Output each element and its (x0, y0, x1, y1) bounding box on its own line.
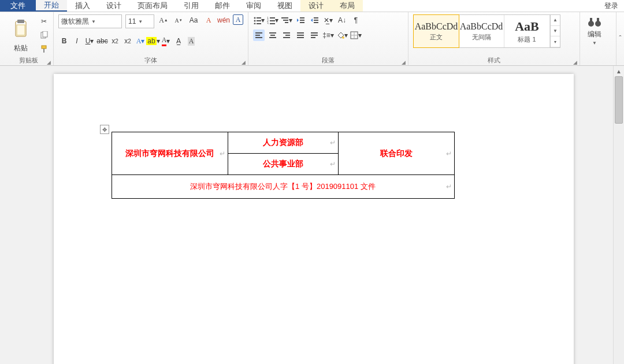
group-font-label: 字体 (144, 57, 157, 64)
paragraph-mark-icon: ↵ (446, 183, 452, 191)
asian-layout-button[interactable]: ✕̲▾ (322, 14, 334, 26)
cell-text: 人力资源部 (263, 138, 303, 147)
align-right-icon (283, 31, 291, 39)
file-tab[interactable]: 文件 (0, 0, 36, 12)
show-marks-button[interactable]: ¶ (350, 14, 362, 26)
borders-icon (350, 31, 358, 39)
svg-rect-20 (283, 20, 288, 21)
line-spacing-button[interactable]: ‡≡▾ (322, 29, 334, 41)
style-name: 标题 1 (518, 35, 536, 44)
increase-indent-button[interactable] (309, 14, 320, 26)
tab-insert[interactable]: 插入 (67, 0, 98, 12)
find-button[interactable]: 编辑 ▼ (585, 14, 604, 47)
group-font: 微软雅黑▼ 11▼ A▲ A▼ Aa A wén A B I U▾ abc x2… (54, 12, 248, 65)
tab-table-layout[interactable]: 布局 (332, 0, 363, 12)
char-border-button[interactable]: A (233, 14, 243, 25)
sort-button[interactable]: A↓ (336, 14, 348, 26)
strikethrough-button[interactable]: abc (96, 35, 108, 47)
svg-rect-27 (314, 22, 318, 23)
copy-button[interactable] (38, 29, 50, 41)
svg-rect-16 (270, 20, 275, 21)
subscript-button[interactable]: x2 (109, 35, 121, 47)
font-size-combo[interactable]: 11▼ (125, 14, 154, 28)
paragraph-mark-icon: ↵ (220, 150, 225, 158)
multilevel-list-button[interactable]: ▾ (281, 14, 292, 26)
distribute-button[interactable] (309, 29, 320, 41)
table-cell-reference[interactable]: 深圳市穹网科技有限公司人字【1 号】2019091101 文件↵ (112, 175, 454, 199)
tab-page-layout[interactable]: 页面布局 (129, 0, 176, 12)
group-clipboard: 粘贴 ✂ 剪贴板◢ (3, 12, 54, 65)
borders-button[interactable]: ▾ (350, 29, 362, 41)
char-shading-button[interactable]: A (185, 35, 197, 47)
svg-rect-21 (285, 22, 288, 23)
table-cell-joint[interactable]: 联合印发↵ (338, 132, 454, 175)
ribbon-tabs: 开始 插入 设计 页面布局 引用 邮件 审阅 视图 设计 布局 (36, 0, 363, 12)
styles-gallery-more[interactable]: ▲ ▼ ▾ (550, 15, 560, 47)
shading-button[interactable]: ▾ (336, 29, 348, 41)
align-left-button[interactable] (253, 29, 265, 41)
svg-rect-37 (297, 32, 304, 34)
cut-button[interactable]: ✂ (38, 16, 50, 27)
tab-table-design[interactable]: 设计 (300, 0, 332, 12)
table-cell-hr[interactable]: 人力资源部↵ (228, 132, 338, 154)
clear-formatting-button[interactable]: wén (218, 14, 229, 26)
change-case-button[interactable]: Aa (188, 14, 199, 26)
tab-design[interactable]: 设计 (98, 0, 129, 12)
scroll-track[interactable] (614, 76, 624, 364)
chevron-up-icon: ▲ (551, 15, 560, 26)
group-paragraph: ▾ 123▾ ▾ ✕̲▾ A↓ ¶ ‡≡▾ ▾ ▾ (248, 12, 408, 65)
styles-launcher[interactable]: ◢ (573, 60, 577, 65)
table-cell-public[interactable]: 公共事业部↵ (228, 154, 338, 175)
font-launcher[interactable]: ◢ (242, 60, 246, 65)
table-cell-company[interactable]: 深圳市穹网科技有限公司↵ (112, 132, 228, 175)
bullets-icon (253, 16, 261, 24)
format-painter-button[interactable] (38, 43, 50, 55)
paragraph-launcher[interactable]: ◢ (402, 60, 406, 65)
bullets-button[interactable]: ▾ (253, 14, 265, 26)
tab-review[interactable]: 审阅 (238, 0, 269, 12)
justify-button[interactable] (295, 29, 306, 41)
shrink-font-button[interactable]: A▼ (173, 14, 184, 26)
vertical-scrollbar[interactable]: ▲ ▼ (613, 66, 624, 364)
bold-button[interactable]: B (58, 35, 70, 47)
chevron-up-icon: ▲ (616, 68, 622, 75)
table-resize-handle[interactable] (454, 155, 459, 161)
decrease-indent-button[interactable] (295, 14, 306, 26)
text-effects-button[interactable]: A▾ (135, 35, 146, 47)
page-viewport[interactable]: ✥ 深圳市穹网科技有限公司↵ 人力资源部↵ 联合印发↵ 公共事业部↵ 深圳市穹网… (14, 66, 613, 364)
grow-font-button[interactable]: A▲ (158, 14, 169, 26)
font-color-button[interactable]: A▾ (160, 35, 172, 47)
superscript-button[interactable]: x2 (122, 35, 133, 47)
svg-rect-5 (42, 46, 46, 49)
document-page[interactable]: ✥ 深圳市穹网科技有限公司↵ 人力资源部↵ 联合印发↵ 公共事业部↵ 深圳市穹网… (54, 74, 574, 364)
style-name: 正文 (430, 33, 443, 42)
clipboard-launcher[interactable]: ◢ (47, 60, 51, 65)
style-normal[interactable]: AaBbCcDd 正文 (413, 14, 459, 48)
underline-button[interactable]: U▾ (84, 35, 95, 47)
svg-rect-33 (269, 37, 276, 38)
tab-mailings[interactable]: 邮件 (207, 0, 238, 12)
tab-view[interactable]: 视图 (269, 0, 300, 12)
sign-in-link[interactable]: 登录 (599, 0, 624, 12)
document-table[interactable]: ✥ 深圳市穹网科技有限公司↵ 人力资源部↵ 联合印发↵ 公共事业部↵ 深圳市穹网… (112, 132, 455, 199)
scroll-up-button[interactable]: ▲ (614, 66, 624, 76)
enclose-char-button[interactable]: A̲ (173, 35, 184, 47)
scroll-thumb[interactable] (615, 76, 623, 124)
move-icon: ✥ (102, 127, 107, 133)
paste-button[interactable]: 粘贴 (8, 14, 34, 54)
style-no-spacing[interactable]: AaBbCcDd 无间隔 (459, 15, 504, 47)
style-heading-1[interactable]: AaB 标题 1 (504, 15, 550, 47)
numbering-button[interactable]: 123▾ (267, 14, 278, 26)
italic-button[interactable]: I (71, 35, 83, 47)
align-center-button[interactable] (267, 29, 278, 41)
table-move-handle[interactable]: ✥ (100, 125, 109, 134)
tab-home[interactable]: 开始 (36, 0, 67, 12)
font-name-combo[interactable]: 微软雅黑▼ (58, 14, 122, 28)
collapse-ribbon-button[interactable]: ˆ (616, 12, 624, 65)
phonetic-guide-button[interactable]: A (203, 14, 214, 26)
align-center-icon (269, 31, 277, 39)
highlight-button[interactable]: ab▾ (147, 35, 159, 47)
tab-references[interactable]: 引用 (176, 0, 207, 12)
paste-icon (10, 16, 31, 42)
align-right-button[interactable] (281, 29, 292, 41)
